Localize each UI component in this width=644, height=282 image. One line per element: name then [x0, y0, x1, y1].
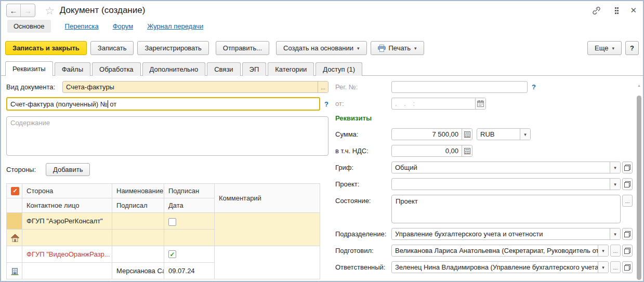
calculator-icon[interactable]: [462, 129, 472, 140]
open-prepared-button[interactable]: [622, 245, 633, 257]
tab-processing[interactable]: Обработка: [92, 62, 141, 76]
vat-input[interactable]: 0,00: [391, 145, 472, 157]
tab-access[interactable]: Доступ (1): [316, 62, 362, 76]
chevron-down-icon: ▾: [414, 46, 417, 51]
department-select[interactable]: Управление бухгалтерского учета и отчетн…: [391, 228, 621, 240]
document-kind-field[interactable]: Счета-фактуры ...: [62, 81, 328, 93]
currency-select[interactable]: RUB ▾: [477, 128, 531, 140]
tab-requisites[interactable]: Реквизиты: [5, 61, 53, 76]
create-based-on-button[interactable]: Создать на основании ▾: [276, 41, 366, 55]
chevron-down-icon[interactable]: ▾: [598, 262, 608, 273]
row-marker-cell: [7, 246, 22, 263]
register-button[interactable]: Зарегистрировать: [137, 41, 208, 55]
reg-number-input[interactable]: [391, 81, 528, 93]
chevron-down-icon[interactable]: ▾: [610, 179, 620, 190]
save-and-close-button[interactable]: Записать и закрыть: [5, 41, 87, 55]
nav-forum[interactable]: Форум: [113, 22, 134, 30]
vertical-scrollbar[interactable]: ▲: [636, 82, 642, 281]
col-party[interactable]: Сторона: [22, 184, 112, 198]
forward-button[interactable]: →: [21, 4, 35, 17]
scrollbar-thumb[interactable]: [637, 96, 641, 280]
window-title: Документ (создание): [60, 5, 146, 16]
col-signer[interactable]: Подписал: [112, 198, 164, 213]
print-button[interactable]: Печать ▾: [371, 41, 424, 55]
nav-correspondence[interactable]: Переписка: [65, 22, 99, 30]
add-party-button[interactable]: Добавить: [46, 163, 90, 176]
date-cell[interactable]: [164, 230, 215, 246]
grif-select[interactable]: Общий ▾: [391, 162, 621, 173]
responsible-select[interactable]: Зеленец Нина Владимировна (Управление бу…: [391, 261, 609, 273]
col-date[interactable]: Дата: [164, 198, 215, 213]
table-row[interactable]: ФГУП "АэроРегКонсалт": [7, 213, 320, 230]
signed-checkbox[interactable]: ✓: [168, 250, 176, 258]
chevron-down-icon[interactable]: ▾: [598, 245, 608, 256]
signed-checkbox[interactable]: [168, 218, 176, 226]
comment-cell[interactable]: [215, 213, 320, 246]
state-field[interactable]: Проект: [391, 195, 621, 223]
scroll-up-icon[interactable]: ▲: [636, 82, 642, 88]
favorite-star-icon[interactable]: ☆: [45, 5, 55, 16]
more-menu-icon[interactable]: [615, 7, 616, 14]
comment-cell[interactable]: [215, 246, 320, 279]
state-choose-button[interactable]: ...: [622, 195, 633, 207]
send-label: Отправить...: [223, 44, 262, 52]
col-name[interactable]: Наименование: [112, 184, 164, 198]
get-link-icon[interactable]: [592, 6, 601, 15]
tab-signature[interactable]: ЭП: [242, 62, 267, 76]
document-title-input[interactable]: Счет-фактура (полученный) № от: [6, 97, 320, 111]
reg-help-icon[interactable]: ?: [532, 83, 536, 91]
signed-cell[interactable]: ✓: [164, 246, 215, 263]
more-button[interactable]: Еще ▾: [587, 41, 622, 55]
signer-cell[interactable]: [112, 230, 164, 246]
chevron-down-icon[interactable]: ▾: [610, 162, 620, 173]
contact-cell[interactable]: [22, 263, 112, 279]
content-textarea[interactable]: Содержание: [6, 116, 328, 156]
signed-cell[interactable]: [164, 213, 215, 230]
contact-cell[interactable]: [22, 230, 112, 246]
col-contact[interactable]: Контактное лицо: [22, 198, 112, 213]
ellipsis-icon: ...: [613, 248, 617, 254]
open-project-button[interactable]: [622, 178, 633, 190]
save-button[interactable]: Записать: [90, 41, 134, 55]
table-row[interactable]: ФГУП "ВидеоОранжРазр...⚠ ✓: [7, 246, 320, 263]
tab-additional[interactable]: Дополнительно: [142, 62, 206, 76]
signer-cell[interactable]: Мерсианова Са...: [112, 263, 164, 279]
prepared-row: Подготовил: Великанова Лариса Анатольевн…: [335, 245, 633, 257]
project-select[interactable]: ▾: [391, 178, 621, 190]
name-cell[interactable]: [112, 213, 164, 230]
title-help-icon[interactable]: ?: [324, 100, 328, 108]
col-signed[interactable]: Подписан: [164, 184, 215, 198]
col-comment[interactable]: Комментарий: [215, 184, 320, 213]
form-content: Вид документа: Счета-фактуры ... Счет-фа…: [1, 76, 643, 281]
back-button[interactable]: ←: [7, 4, 21, 17]
calculator-icon[interactable]: [462, 145, 472, 156]
sum-input[interactable]: 7 500,00: [391, 128, 472, 140]
send-button[interactable]: Отправить...: [216, 41, 269, 55]
responsible-choose-button[interactable]: ...: [610, 261, 621, 273]
signed-marker-icon: ✓: [11, 187, 19, 195]
sum-label: Сумма:: [335, 130, 391, 138]
party-cell[interactable]: ФГУП "ВидеоОранжРазр...⚠: [22, 246, 112, 263]
document-title-text-after: от: [108, 100, 117, 108]
party-cell[interactable]: ФГУП "АэроРегКонсалт": [22, 213, 112, 230]
tab-categories[interactable]: Категории: [268, 62, 314, 76]
name-cell[interactable]: [112, 246, 164, 263]
chevron-down-icon[interactable]: ▾: [520, 129, 530, 140]
reg-date-input[interactable]: . . :: [391, 98, 486, 110]
date-cell[interactable]: 09.07.24: [164, 263, 215, 279]
choose-button[interactable]: ...: [318, 82, 328, 92]
tab-links[interactable]: Связи: [207, 62, 240, 76]
nav-main[interactable]: Основное: [7, 20, 51, 33]
prepared-select[interactable]: Великанова Лариса Анатольевна (Секретари…: [391, 245, 609, 257]
chevron-down-icon[interactable]: ▾: [610, 229, 620, 239]
tab-files[interactable]: Файлы: [55, 62, 90, 76]
help-button[interactable]: ?: [625, 41, 639, 55]
prepared-choose-button[interactable]: ...: [610, 245, 621, 257]
more-label: Еще: [595, 44, 608, 52]
close-icon[interactable]: ✕: [630, 6, 637, 15]
calendar-icon[interactable]: [475, 98, 485, 109]
open-grif-button[interactable]: [622, 162, 633, 173]
open-responsible-button[interactable]: [622, 261, 633, 273]
open-department-button[interactable]: [622, 228, 633, 240]
nav-transfer-log[interactable]: Журнал передачи: [147, 22, 203, 30]
